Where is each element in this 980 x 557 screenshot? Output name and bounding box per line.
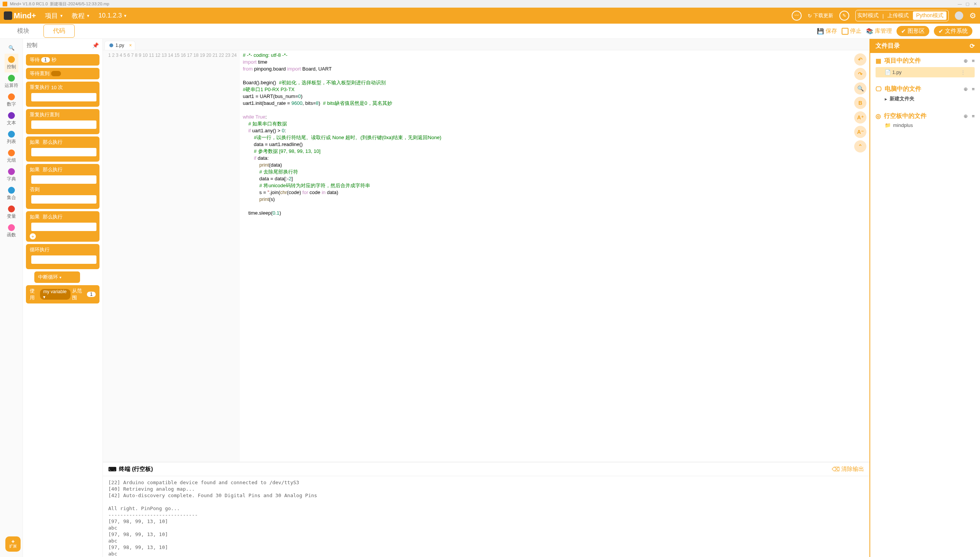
editor-tool-2[interactable]: 🔍	[854, 82, 866, 94]
graph-area-button[interactable]: ✔图形区	[897, 26, 929, 36]
category-元组[interactable]: 元组	[5, 147, 18, 166]
folder-icon: ▦	[876, 57, 881, 64]
menu-icon[interactable]: ≡	[972, 113, 975, 119]
tab-blocks[interactable]: 模块	[8, 24, 39, 38]
file-title: 新建项目-2024/6/5-12:33:20.mp	[50, 1, 109, 7]
file-panel-title: 文件目录	[876, 42, 900, 50]
library-button[interactable]: 📚库管理	[866, 28, 892, 35]
editor-tool-4[interactable]: A⁺	[854, 111, 866, 124]
gear-icon[interactable]: ⚙	[969, 11, 976, 20]
terminal-output[interactable]: [22] Arduino compatible device found and…	[103, 476, 869, 557]
code-editor[interactable]: 1 2 3 4 5 6 7 8 9 10 11 12 13 14 15 16 1…	[103, 50, 869, 462]
extension-button[interactable]: ✚扩展	[5, 536, 21, 552]
editor-tab[interactable]: 1.py×	[104, 41, 135, 50]
maximize-icon[interactable]: ▢	[965, 2, 970, 7]
logo-icon	[4, 11, 12, 20]
edit-icon[interactable]: ✎	[839, 11, 849, 21]
category-变量[interactable]: 变量	[5, 203, 18, 222]
file-system-button[interactable]: ✔文件系统	[934, 26, 972, 36]
category-dot-icon	[8, 205, 15, 212]
menu-icon[interactable]: ≡	[972, 86, 975, 92]
library-icon: 📚	[866, 28, 873, 35]
category-列表[interactable]: 列表	[5, 129, 18, 147]
close-icon[interactable]: ✕	[972, 2, 978, 7]
editor-tool-0[interactable]: ↶	[854, 54, 866, 65]
refresh-icon[interactable]: ⟳	[970, 42, 975, 50]
editor-tool-3[interactable]: B	[854, 97, 866, 109]
download-update[interactable]: ↻下载更新	[808, 12, 833, 19]
new-file-icon[interactable]: ⊕	[964, 58, 968, 64]
chevron-right-icon: ▸	[885, 96, 887, 102]
block-wait-until[interactable]: 等待直到	[26, 68, 99, 79]
close-tab-icon[interactable]: ×	[129, 43, 132, 48]
category-dot-icon	[8, 168, 15, 175]
block-repeat[interactable]: 重复执行10次	[26, 81, 99, 107]
file-icon: 📄	[885, 69, 891, 75]
new-file-icon[interactable]: ⊕	[964, 113, 968, 119]
save-button[interactable]: 💾保存	[817, 28, 837, 35]
chevron-down-icon: ▼	[86, 14, 90, 18]
file-item[interactable]: 📄 1.py⋮	[876, 67, 975, 77]
chart-icon[interactable]: 〰	[792, 11, 801, 21]
menu-tutorial[interactable]: 教程▼	[72, 11, 90, 20]
section-project-files[interactable]: 项目中的文件	[884, 57, 921, 65]
puzzle-icon: ✚	[11, 539, 15, 544]
block-if-2[interactable]: 如果那么执行 +	[26, 211, 99, 242]
minimize-icon[interactable]: —	[957, 2, 962, 6]
blocks-palette: 控制📌 等待1秒 等待直到 重复执行10次 重复执行直到 如果那么执行 如果那么…	[23, 39, 103, 557]
category-运算符[interactable]: 运算符	[5, 72, 18, 91]
block-if[interactable]: 如果那么执行	[26, 137, 99, 162]
app-icon: 🟧	[2, 2, 8, 7]
folder-item[interactable]: 📁mindplus	[876, 120, 975, 130]
stop-button[interactable]: 停止	[842, 28, 861, 35]
more-icon[interactable]: ⋮	[960, 69, 965, 75]
editor-tool-1[interactable]: ↷	[854, 68, 866, 80]
mode-python[interactable]: Python模式	[913, 11, 947, 20]
block-if-else[interactable]: 如果那么执行 否则	[26, 164, 99, 209]
secondary-toolbar: 模块 代码 💾保存 停止 📚库管理 ✔图形区 ✔文件系统	[0, 24, 980, 39]
clear-output-button[interactable]: ⌫清除输出	[832, 466, 864, 473]
folder-icon: 📁	[885, 122, 891, 128]
category-dot-icon	[8, 224, 15, 231]
mode-realtime[interactable]: 实时模式	[857, 12, 879, 19]
editor-tool-6[interactable]: ⌃	[854, 140, 866, 153]
category-文本[interactable]: 文本	[5, 110, 18, 129]
category-字典[interactable]: 字典	[5, 166, 18, 184]
category-函数[interactable]: 函数	[5, 222, 18, 241]
editor-area: 1.py× 1 2 3 4 5 6 7 8 9 10 11 12 13 14 1…	[103, 39, 869, 557]
block-repeat-until[interactable]: 重复执行直到	[26, 109, 99, 134]
tab-code[interactable]: 代码	[44, 24, 75, 38]
search-icon[interactable]: 🔍	[8, 43, 15, 53]
top-toolbar: Mind+ 项目▼ 教程▼ 10.1.2.3▼ 〰 ↻下载更新 ✎ 实时模式 |…	[0, 8, 980, 24]
new-file-icon[interactable]: ⊕	[964, 86, 968, 92]
folder-item[interactable]: ▸新建文件夹	[876, 93, 975, 104]
computer-icon: 🖵	[876, 86, 882, 93]
avatar[interactable]	[955, 11, 963, 20]
pin-icon[interactable]: 📌	[92, 42, 99, 49]
section-board-files[interactable]: 行空板中的文件	[884, 112, 926, 120]
board-icon: ◎	[876, 112, 881, 120]
menu-project[interactable]: 项目▼	[45, 11, 63, 20]
editor-tool-5[interactable]: A⁻	[854, 126, 866, 138]
app-title: Mind+ V1.8.0 RC1.0	[10, 2, 48, 6]
block-break[interactable]: 中断循环▾	[34, 272, 80, 283]
window-titlebar: 🟧 Mind+ V1.8.0 RC1.0 新建项目-2024/6/5-12:33…	[0, 0, 980, 8]
mode-upload[interactable]: 上传模式	[887, 12, 909, 19]
block-wait[interactable]: 等待1秒	[26, 54, 99, 65]
category-数字[interactable]: 数字	[5, 91, 18, 110]
check-icon: ✔	[901, 28, 906, 35]
category-控制[interactable]: 控制	[5, 54, 18, 72]
section-computer-files[interactable]: 电脑中的文件	[885, 85, 921, 93]
category-dot-icon	[8, 131, 15, 138]
eraser-icon: ⌫	[832, 466, 840, 473]
file-panel: 文件目录⟳ ▦项目中的文件 ⊕≡ 📄 1.py⋮ 🖵电脑中的文件 ⊕≡ ▸新建文…	[869, 39, 980, 557]
logo: Mind+	[4, 11, 36, 20]
menu-icon[interactable]: ≡	[972, 58, 975, 64]
block-loop[interactable]: 循环执行	[26, 244, 99, 269]
category-集合[interactable]: 集合	[5, 184, 18, 203]
python-icon	[109, 44, 113, 47]
menu-version[interactable]: 10.1.2.3▼	[98, 12, 127, 20]
block-use-var[interactable]: 使用my variable ▾从范围1	[26, 285, 99, 303]
terminal-panel: ⌨终端 (行空板) ⌫清除输出 [22] Arduino compatible …	[103, 462, 869, 557]
terminal-title: 终端 (行空板)	[119, 466, 153, 473]
